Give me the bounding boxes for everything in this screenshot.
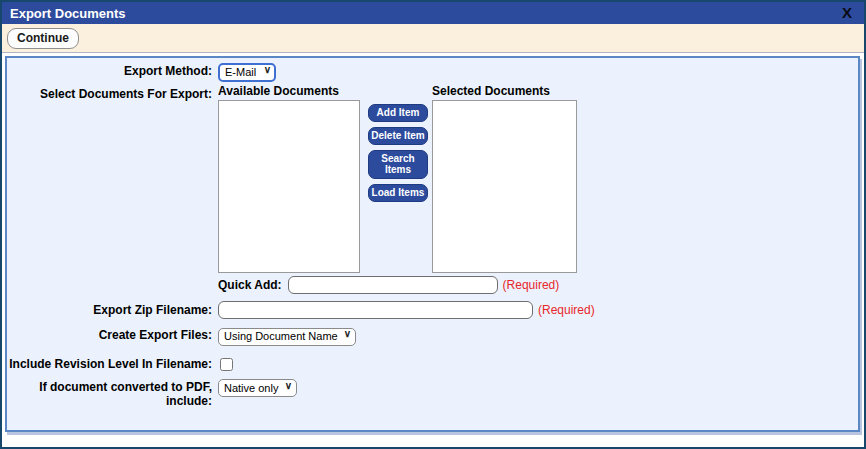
- list-action-buttons: Add Item Delete Item Search Items Load I…: [368, 104, 428, 207]
- toolbar: Continue: [2, 24, 864, 53]
- include-revision-row: Include Revision Level In Filename:: [7, 354, 858, 371]
- dialog-title: Export Documents: [2, 6, 126, 21]
- selected-documents-header: Selected Documents: [432, 85, 577, 98]
- quick-add-row: Quick Add: (Required): [218, 276, 559, 294]
- pdf-include-label: If document converted to PDF, include:: [7, 377, 218, 408]
- include-revision-label: Include Revision Level In Filename:: [7, 354, 218, 371]
- create-export-files-select-wrap: Using Document Name: [218, 326, 356, 346]
- create-export-files-label: Create Export Files:: [7, 325, 218, 342]
- create-export-files-row: Create Export Files: Using Document Name: [7, 325, 858, 346]
- quick-add-required-label: (Required): [503, 276, 560, 294]
- export-method-select-wrap: E-Mail: [218, 62, 276, 82]
- export-method-row: Export Method: E-Mail: [7, 61, 858, 82]
- select-documents-label: Select Documents For Export:: [7, 84, 218, 101]
- quick-add-label: Quick Add:: [218, 278, 282, 292]
- export-zip-filename-label: Export Zip Filename:: [7, 300, 218, 317]
- selected-documents-column: Selected Documents: [432, 85, 577, 273]
- add-item-button[interactable]: Add Item: [368, 104, 428, 122]
- delete-item-button[interactable]: Delete Item: [368, 127, 428, 145]
- load-items-button[interactable]: Load Items: [368, 184, 428, 202]
- select-documents-row: Select Documents For Export: Available D…: [7, 84, 858, 294]
- close-icon[interactable]: X: [842, 3, 852, 23]
- pdf-include-select[interactable]: Native only: [218, 379, 297, 397]
- export-method-label: Export Method:: [7, 61, 218, 78]
- continue-button[interactable]: Continue: [7, 28, 79, 49]
- search-items-button[interactable]: Search Items: [368, 150, 428, 179]
- export-method-select[interactable]: E-Mail: [218, 63, 276, 82]
- export-zip-filename-input[interactable]: [218, 301, 533, 319]
- export-zip-filename-row: Export Zip Filename: (Required): [7, 300, 858, 319]
- pdf-include-row: If document converted to PDF, include: N…: [7, 377, 858, 408]
- export-zip-required-label: (Required): [538, 301, 595, 319]
- available-documents-listbox[interactable]: [218, 100, 360, 273]
- quick-add-input[interactable]: [288, 276, 498, 294]
- available-documents-header: Available Documents: [218, 85, 360, 98]
- available-documents-column: Available Documents: [218, 85, 360, 273]
- dialog-titlebar: Export Documents X: [2, 2, 864, 24]
- create-export-files-select[interactable]: Using Document Name: [218, 328, 356, 346]
- include-revision-checkbox[interactable]: [220, 358, 233, 371]
- export-form-panel: Export Method: E-Mail Select Documents F…: [5, 56, 860, 432]
- pdf-include-select-wrap: Native only: [218, 378, 297, 398]
- selected-documents-listbox[interactable]: [432, 100, 577, 273]
